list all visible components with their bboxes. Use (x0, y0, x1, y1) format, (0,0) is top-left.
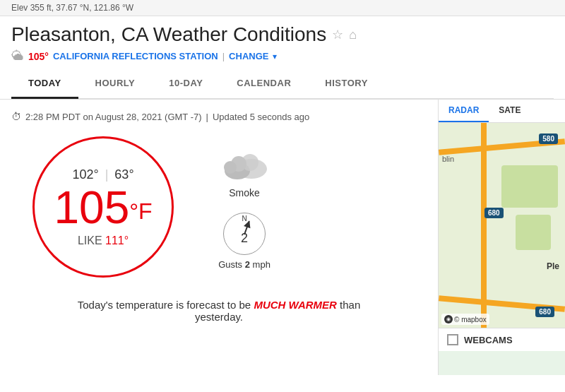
webcam-label: WEBCAMS (464, 335, 513, 345)
condition-label: Smoke (229, 187, 260, 198)
map-area[interactable]: 580 680 680 blin Ple ◉ © mapbox (439, 123, 565, 328)
badge-680-b: 680 (535, 307, 554, 317)
elevation-bar: Elev 355 ft, 37.67 °N, 121.86 °W (0, 0, 565, 16)
station-row: 🌥 105° CALIFORNIA REFLECTIONS STATION | … (11, 46, 554, 69)
chevron-down-icon[interactable]: ▾ (273, 52, 277, 61)
favorite-icon[interactable]: ☆ (332, 27, 343, 42)
city-blin: blin (442, 155, 454, 163)
mapbox-text: © mapbox (454, 316, 487, 323)
station-temp: 105° (28, 51, 49, 62)
weather-display: 102° | 63° 105°F LIKE 111° (32, 136, 427, 278)
change-link[interactable]: CHANGE (229, 51, 268, 61)
badge-680: 680 (484, 208, 504, 218)
smoke-icon (216, 144, 273, 183)
forecast-text: Today's temperature is forecast to be MU… (11, 299, 427, 323)
map-background: 580 680 680 blin Ple ◉ © mapbox (439, 123, 565, 328)
feels-like-label: LIKE (78, 234, 102, 247)
tab-hourly[interactable]: HOURLY (78, 69, 153, 98)
forecast-suffix: yesterday. (195, 311, 243, 323)
cloud-icon: 🌥 (11, 49, 24, 64)
tab-bar: TODAY HOURLY 10-DAY CALENDAR HISTORY (11, 69, 554, 99)
gusts-text: Gusts (218, 259, 242, 270)
map-tab-bar: RADAR SATE (439, 100, 565, 123)
station-name: CALIFORNIA REFLECTIONS STATION (53, 51, 218, 61)
compass-circle: N 2 (223, 213, 266, 255)
tab-calendar[interactable]: CALENDAR (220, 69, 308, 98)
map-tab-satellite[interactable]: SATE (489, 100, 530, 122)
condition-container: Smoke (216, 144, 273, 198)
gusts-label: Gusts 2 mph (218, 259, 270, 270)
main-temperature: 105 (54, 182, 129, 233)
map-tab-radar[interactable]: RADAR (439, 100, 489, 122)
title-row: Pleasanton, CA Weather Conditions ☆ ⌂ (11, 23, 554, 46)
timestamp-text: 2:28 PM PDT on August 28, 2021 (GMT -7) (25, 112, 202, 122)
gusts-unit: mph (253, 259, 270, 270)
gusts-value: 2 (245, 259, 253, 270)
main-content: ⏱ 2:28 PM PDT on August 28, 2021 (GMT -7… (0, 100, 565, 375)
forecast-mid: than (340, 299, 360, 311)
tab-history[interactable]: HISTORY (308, 69, 385, 98)
tab-today[interactable]: TODAY (11, 69, 78, 99)
wind-compass: N 2 Gusts 2 mph (218, 213, 270, 270)
forecast-prefix: Today's temperature is forecast to be (78, 299, 251, 311)
right-weather: Smoke N 2 Gusts 2 mph (216, 144, 273, 270)
feels-like-row: LIKE 111° (78, 234, 129, 247)
mapbox-logo: ◉ (444, 315, 453, 323)
divider-pipe: | (206, 112, 208, 122)
forecast-emphasis: MUCH WARMER (254, 299, 337, 311)
low-temp: 63° (114, 167, 133, 182)
feels-like-temp: 111° (105, 234, 129, 247)
webcam-bar[interactable]: WEBCAMS (439, 328, 565, 351)
svg-point-4 (224, 161, 237, 174)
divider: | (222, 51, 225, 61)
separator: | (105, 167, 109, 182)
main-temp-display: 105°F (54, 185, 152, 230)
webcam-checkbox[interactable] (447, 334, 458, 345)
high-temp: 102° (72, 167, 98, 182)
left-panel: ⏱ 2:28 PM PDT on August 28, 2021 (GMT -7… (0, 100, 438, 375)
temp-unit: °F (129, 198, 152, 223)
elevation-text: Elev 355 ft, 37.67 °N, 121.86 °W (11, 3, 133, 13)
green-area-1 (501, 165, 558, 208)
hi-lo: 102° | 63° (72, 167, 133, 182)
mapbox-credit: ◉ © mapbox (441, 314, 489, 325)
timestamp-row: ⏱ 2:28 PM PDT on August 28, 2021 (GMT -7… (11, 111, 427, 122)
updated-text: Updated 5 seconds ago (213, 112, 309, 122)
green-area-2 (516, 215, 551, 250)
badge-580: 580 (539, 133, 558, 144)
city-ple: Ple (547, 261, 559, 271)
page-title: Pleasanton, CA Weather Conditions (11, 23, 326, 46)
header: Pleasanton, CA Weather Conditions ☆ ⌂ 🌥 … (0, 16, 565, 100)
road-680-vertical (481, 123, 487, 328)
temp-circle: 102° | 63° 105°F LIKE 111° (32, 136, 174, 278)
clock-icon: ⏱ (11, 111, 21, 122)
tab-10day[interactable]: 10-DAY (152, 69, 220, 98)
right-panel: RADAR SATE 580 680 680 blin Ple (438, 100, 565, 375)
home-icon[interactable]: ⌂ (349, 28, 357, 42)
